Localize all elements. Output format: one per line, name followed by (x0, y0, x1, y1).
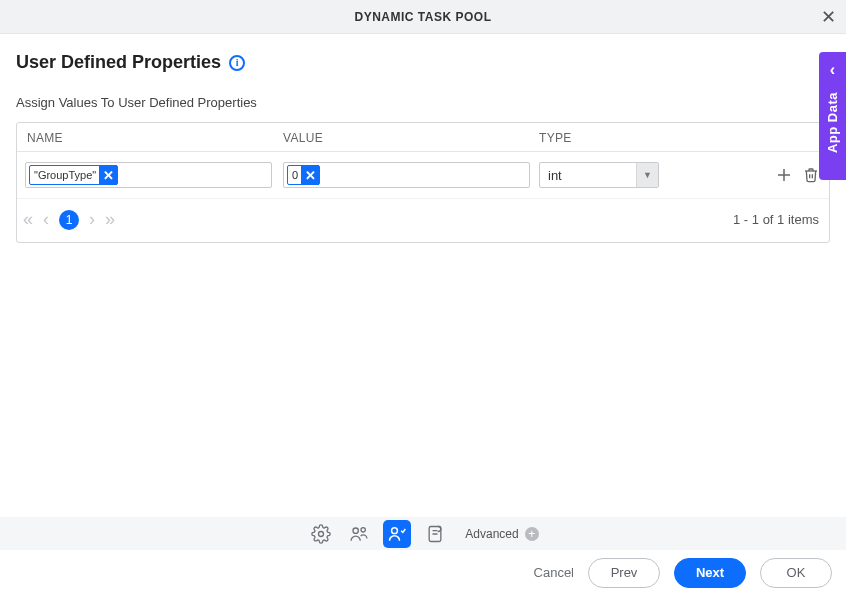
cell-value: 0 ✕ (283, 162, 539, 188)
name-token: "GroupType" ✕ (29, 165, 118, 185)
name-token-text: "GroupType" (30, 169, 100, 181)
pager-first-icon[interactable]: « (23, 209, 33, 230)
value-token-remove-icon[interactable]: ✕ (301, 165, 319, 185)
info-icon[interactable]: i (229, 55, 245, 71)
svg-point-5 (392, 527, 398, 533)
value-input[interactable]: 0 ✕ (283, 162, 530, 188)
svg-point-3 (353, 528, 358, 533)
pager-controls: « ‹ 1 › » (23, 209, 115, 230)
cancel-button[interactable]: Cancel (534, 565, 574, 580)
chevron-down-icon: ▼ (636, 163, 658, 187)
step-band: Advanced + (0, 517, 846, 550)
advanced-label: Advanced (465, 527, 518, 541)
pager: « ‹ 1 › » 1 - 1 of 1 items (17, 198, 829, 242)
prev-button[interactable]: Prev (588, 558, 660, 588)
page-title: User Defined Properties (16, 52, 221, 73)
cell-name: "GroupType" ✕ (25, 162, 283, 188)
close-icon[interactable]: ✕ (821, 6, 836, 28)
cell-type: int ▼ (539, 162, 699, 188)
properties-table: NAME VALUE TYPE "GroupType" ✕ 0 ✕ (16, 122, 830, 243)
pager-last-icon[interactable]: » (105, 209, 115, 230)
type-select-value: int (548, 168, 562, 183)
pager-prev-icon[interactable]: ‹ (43, 209, 49, 230)
form-icon[interactable] (421, 520, 449, 548)
value-token-text: 0 (288, 169, 302, 181)
pager-next-icon[interactable]: › (89, 209, 95, 230)
advanced-toggle[interactable]: Advanced + (465, 527, 538, 541)
plus-circle-icon: + (525, 527, 539, 541)
type-select[interactable]: int ▼ (539, 162, 659, 188)
pager-info: 1 - 1 of 1 items (733, 212, 819, 227)
svg-point-4 (361, 527, 365, 531)
page-title-row: User Defined Properties i (16, 52, 830, 73)
main-content: User Defined Properties i Assign Values … (0, 34, 846, 243)
add-row-button[interactable] (775, 166, 793, 184)
column-header-value: VALUE (283, 131, 539, 145)
column-header-type: TYPE (539, 131, 821, 145)
dialog-header: DYNAMIC TASK POOL ✕ (0, 0, 846, 34)
side-tab-label: App Data (825, 92, 840, 153)
svg-point-2 (319, 531, 324, 536)
gear-icon[interactable] (307, 520, 335, 548)
table-row: "GroupType" ✕ 0 ✕ int ▼ (17, 151, 829, 198)
person-active-icon[interactable] (383, 520, 411, 548)
next-button[interactable]: Next (674, 558, 746, 588)
value-token: 0 ✕ (287, 165, 320, 185)
column-header-name: NAME (25, 131, 283, 145)
page-subtitle: Assign Values To User Defined Properties (16, 95, 830, 110)
table-header-row: NAME VALUE TYPE (17, 123, 829, 151)
pager-current-page[interactable]: 1 (59, 210, 79, 230)
name-token-remove-icon[interactable]: ✕ (99, 165, 117, 185)
row-actions (699, 166, 821, 184)
dialog-footer: Cancel Prev Next OK (0, 550, 846, 595)
chevron-left-icon: ‹ (830, 62, 835, 78)
people-icon[interactable] (345, 520, 373, 548)
side-tab-app-data[interactable]: ‹ App Data (819, 52, 846, 180)
ok-button[interactable]: OK (760, 558, 832, 588)
name-input[interactable]: "GroupType" ✕ (25, 162, 272, 188)
dialog-title: DYNAMIC TASK POOL (355, 10, 492, 24)
delete-row-button[interactable] (803, 166, 819, 184)
